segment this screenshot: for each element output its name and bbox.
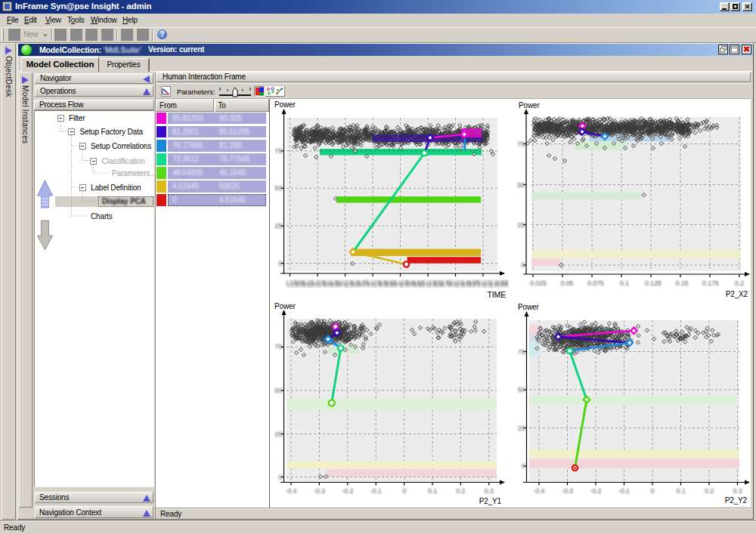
svg-text:0.3: 0.3 bbox=[485, 487, 494, 495]
svg-text:50: 50 bbox=[518, 386, 525, 394]
svg-text:0.1: 0.1 bbox=[428, 487, 437, 495]
svg-text:0.15: 0.15 bbox=[676, 279, 689, 287]
svg-text:P2_Y2: P2_Y2 bbox=[725, 496, 748, 505]
svg-text:-0.3: -0.3 bbox=[562, 487, 573, 495]
svg-text:75: 75 bbox=[517, 140, 525, 148]
svg-text:Power: Power bbox=[518, 303, 539, 311]
svg-text:Power: Power bbox=[274, 302, 296, 310]
svg-text:-0.1: -0.1 bbox=[618, 487, 630, 495]
svg-text:0.2: 0.2 bbox=[456, 487, 465, 495]
svg-text:25: 25 bbox=[517, 221, 525, 229]
svg-text:50: 50 bbox=[274, 184, 282, 192]
svg-text:0: 0 bbox=[278, 260, 282, 267]
svg-text:0.2: 0.2 bbox=[735, 279, 744, 287]
svg-text:0: 0 bbox=[522, 462, 525, 470]
svg-text:50: 50 bbox=[274, 387, 282, 394]
svg-text:0: 0 bbox=[278, 474, 282, 481]
svg-text:0: 0 bbox=[402, 487, 406, 495]
svg-text:P2_Y1: P2_Y1 bbox=[479, 497, 502, 505]
svg-text:0.125: 0.125 bbox=[645, 279, 662, 287]
svg-text:1 2:30:08.125 12:30:18.250 12:: 1 2:30:08.125 12:30:18.250 12:30:28.375 … bbox=[287, 281, 508, 289]
svg-text:-0.1: -0.1 bbox=[370, 487, 382, 495]
svg-text:25: 25 bbox=[518, 424, 525, 432]
svg-text:0: 0 bbox=[651, 487, 655, 495]
svg-text:0.1: 0.1 bbox=[620, 279, 629, 287]
svg-text:Power: Power bbox=[274, 100, 296, 109]
svg-text:50: 50 bbox=[517, 181, 525, 189]
svg-text:0.075: 0.075 bbox=[587, 279, 604, 287]
svg-text:-0.2: -0.2 bbox=[590, 487, 602, 495]
svg-text:0.025: 0.025 bbox=[530, 279, 547, 287]
svg-text:0.3: 0.3 bbox=[733, 487, 742, 495]
svg-text:Power: Power bbox=[519, 101, 540, 110]
svg-text:TIME: TIME bbox=[488, 290, 507, 299]
svg-text:0.175: 0.175 bbox=[702, 279, 719, 287]
svg-text:75: 75 bbox=[274, 343, 282, 350]
svg-text:0: 0 bbox=[521, 261, 525, 269]
svg-text:-0.4: -0.4 bbox=[534, 487, 545, 495]
svg-text:-0.3: -0.3 bbox=[314, 487, 325, 495]
svg-text:75: 75 bbox=[274, 147, 282, 155]
svg-text:25: 25 bbox=[274, 431, 282, 438]
svg-text:-0.2: -0.2 bbox=[342, 487, 353, 495]
svg-text:-0.4: -0.4 bbox=[286, 487, 297, 495]
svg-text:75: 75 bbox=[518, 348, 525, 356]
svg-text:0.1: 0.1 bbox=[676, 487, 685, 495]
svg-text:0.2: 0.2 bbox=[705, 487, 714, 495]
svg-text:P2_X2: P2_X2 bbox=[726, 290, 748, 298]
svg-text:25: 25 bbox=[274, 222, 282, 230]
svg-text:0.05: 0.05 bbox=[561, 279, 574, 287]
